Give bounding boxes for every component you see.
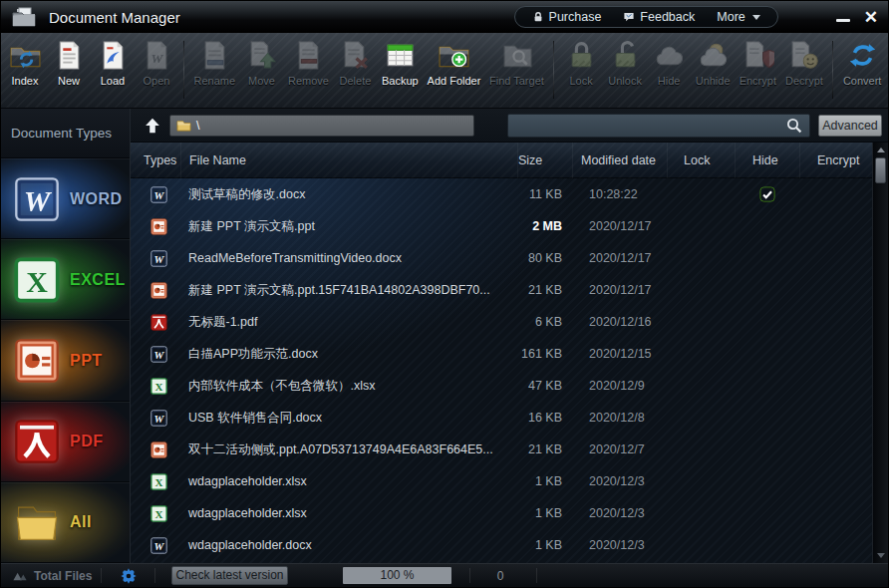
feedback-button[interactable]: Feedback [612, 10, 706, 24]
sidebar-item-excel[interactable]: EXCEL [1, 239, 130, 320]
toolbar-button-lock[interactable]: Lock [559, 39, 603, 87]
toolbar-button-find-target[interactable]: Find Target [485, 39, 548, 87]
file-name-cell: 测试草稿的修改.docx [180, 186, 517, 203]
toolbar-separator [832, 41, 833, 99]
file-name-cell: 双十二活动侧或.ppt.A07D53713749A4E6A83F664E5... [180, 441, 517, 458]
check-version-button[interactable]: Check latest version [171, 566, 288, 585]
table-row[interactable]: 新建 PPT 演示文稿.ppt.15F741BA14802A398DBF70..… [131, 274, 872, 306]
sidebar-item-all[interactable]: All [1, 482, 130, 563]
toolbar-button-add-folder[interactable]: Add Folder [423, 39, 484, 87]
file-type-cell [131, 473, 180, 490]
titlebar-menu-pill: Purchase Feedback More [514, 6, 778, 28]
vertical-scrollbar[interactable] [872, 143, 888, 563]
toolbar-button-decrypt[interactable]: Decrypt [780, 39, 827, 87]
table-row[interactable]: 双十二活动侧或.ppt.A07D53713749A4E6A83F664E5...… [131, 434, 872, 465]
file-type-cell [131, 410, 180, 427]
hide-cloud-icon [653, 39, 686, 72]
table-row[interactable]: wdagplaceholder.xlsx 1 KB 2020/12/3 [131, 465, 872, 497]
excel-icon [14, 257, 60, 303]
sidebar-items: WORD EXCEL PPT PDF All [1, 158, 130, 563]
table-row[interactable]: 测试草稿的修改.docx 11 KB 10:28:22 [131, 178, 872, 210]
sidebar-item-label: All [70, 513, 92, 531]
table-row[interactable]: 无标题-1.pdf 6 KB 2020/12/16 [131, 306, 872, 338]
toolbar-button-rename[interactable]: Rename [189, 39, 240, 87]
table-row[interactable]: 白描APP功能示范.docx 161 KB 2020/12/15 [131, 338, 872, 370]
toolbar-button-load[interactable]: Load [91, 39, 135, 87]
table-row[interactable]: 新建 PPT 演示文稿.ppt 2 MB 2020/12/17 [131, 210, 872, 242]
close-button[interactable]: ✕ [864, 9, 878, 26]
toolbar-button-convert[interactable]: Convert [838, 39, 886, 87]
file-size-cell: 80 KB [517, 251, 572, 265]
minimize-button[interactable] [836, 19, 850, 22]
file-type-cell [131, 314, 180, 331]
total-files: Total Files [1, 569, 101, 583]
file-type-cell [131, 378, 180, 395]
search-icon[interactable] [785, 117, 803, 135]
column-header-encrypt[interactable]: Encrypt [799, 143, 872, 178]
scroll-up-arrow[interactable] [873, 144, 888, 156]
progress-bar: 100 % [343, 567, 451, 584]
up-directory-button[interactable] [143, 116, 162, 136]
lock-icon [565, 39, 598, 72]
toolbar-button-unlock[interactable]: Unlock [603, 39, 647, 87]
column-header-hide[interactable]: Hide [735, 143, 799, 178]
purchase-label: Purchase [549, 10, 602, 24]
scroll-down-arrow[interactable] [873, 549, 888, 562]
toolbar-button-index[interactable]: Index [3, 39, 47, 87]
column-header-types[interactable]: Types [131, 143, 180, 178]
toolbar-button-label: Convert [843, 75, 882, 87]
toolbar-button-delete[interactable]: Delete [333, 39, 377, 87]
table-row[interactable]: ReadMeBeforeTransmittingVideo.docx 80 KB… [131, 242, 872, 274]
column-header-size[interactable]: Size [517, 143, 572, 178]
feedback-label: Feedback [640, 10, 695, 24]
excel-file-icon [150, 505, 167, 522]
toolbar-button-label: Add Folder [428, 75, 481, 87]
toolbar-button-label: Index [12, 75, 39, 87]
advanced-search-button[interactable]: Advanced [818, 115, 882, 137]
word-file-icon [150, 346, 167, 363]
toolbar-button-label: Hide [658, 75, 681, 87]
file-name-cell: USB 软件销售合同.docx [180, 410, 517, 427]
column-header-lock[interactable]: Lock [667, 143, 735, 178]
toolbar-button-remove[interactable]: Remove [284, 39, 334, 87]
ppt-file-icon [150, 282, 167, 299]
column-header-file-name[interactable]: File Name [180, 143, 517, 178]
gear-icon[interactable] [120, 567, 138, 585]
toolbar-button-hide[interactable]: Hide [647, 39, 691, 87]
sidebar-item-word[interactable]: WORD [1, 158, 130, 239]
file-name-cell: ReadMeBeforeTransmittingVideo.docx [180, 251, 517, 265]
window-title: Document Manager [49, 9, 180, 26]
more-menu-button[interactable]: More [706, 10, 770, 24]
toolbar-button-new[interactable]: New [47, 39, 91, 87]
move-icon [245, 39, 278, 72]
toolbar-button-encrypt[interactable]: Encrypt [735, 39, 780, 87]
column-header-modified-date[interactable]: Modified date [572, 143, 667, 178]
table-row[interactable]: USB 软件销售合同.docx 16 KB 2020/12/8 [131, 402, 872, 434]
pdf-file-icon [150, 314, 167, 331]
sidebar-item-ppt[interactable]: PPT [1, 320, 130, 401]
toolbar-button-label: New [58, 75, 80, 87]
excel-file-icon [150, 473, 167, 490]
purchase-button[interactable]: Purchase [521, 10, 613, 24]
toolbar-button-backup[interactable]: Backup [377, 39, 423, 87]
scrollbar-thumb[interactable] [875, 157, 886, 183]
toolbar-button-label: Open [144, 75, 170, 87]
toolbar-button-label: Move [248, 75, 275, 87]
file-size-cell: 2 MB [517, 219, 572, 233]
toolbar-button-open[interactable]: Open [135, 39, 178, 87]
table-row[interactable]: 内部软件成本（不包含微软）.xlsx 47 KB 2020/12/9 [131, 370, 872, 402]
app-folder-icon [11, 6, 37, 28]
modified-date-cell: 2020/12/3 [572, 506, 667, 520]
file-type-cell [131, 218, 180, 235]
sidebar-item-pdf[interactable]: PDF [1, 402, 130, 482]
toolbar-button-unhide[interactable]: Unhide [691, 39, 735, 87]
path-input[interactable]: \ [169, 115, 474, 137]
open-icon [141, 39, 173, 72]
toolbar-button-move[interactable]: Move [240, 39, 284, 87]
feedback-icon [623, 11, 635, 23]
table-row[interactable]: wdagplaceholder.docx 1 KB 2020/12/3 [131, 529, 872, 561]
table-row[interactable]: wdagplaceholder.xlsx 1 KB 2020/12/3 [131, 497, 872, 529]
file-size-cell: 1 KB [517, 538, 572, 552]
search-input[interactable] [508, 119, 785, 133]
toolbar-button-label: Find Target [489, 75, 544, 87]
